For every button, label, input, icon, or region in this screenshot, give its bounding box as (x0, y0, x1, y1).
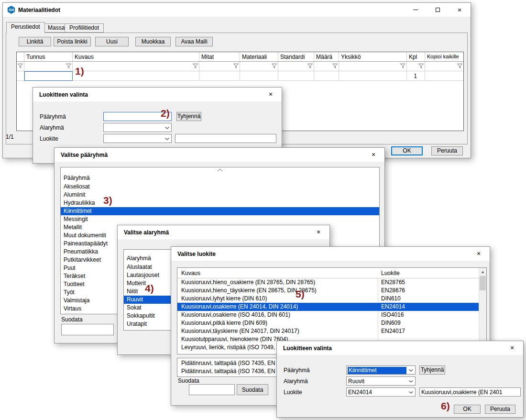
filter-icon[interactable] (332, 64, 338, 68)
materiaali-cell[interactable] (240, 71, 278, 80)
cancel-button[interactable]: Peruuta (485, 405, 515, 414)
filter-icon[interactable] (18, 64, 23, 68)
link-button[interactable]: Linkitä (19, 37, 51, 46)
filter-icon[interactable] (272, 64, 277, 68)
minimize-button[interactable] (405, 3, 427, 17)
maximize-button[interactable] (427, 3, 449, 17)
luokite-combobox[interactable] (103, 134, 172, 143)
close-button[interactable]: × (501, 341, 523, 354)
scroll-up-icon[interactable]: ▲ (479, 268, 486, 276)
dialog-titlebar[interactable]: Valitse alaryhmä × (118, 225, 329, 239)
chevron-down-icon[interactable] (409, 369, 413, 372)
main-titlebar[interactable]: G4 Materiaalitiedot × (3, 3, 471, 17)
edit-button[interactable]: Muokkaa (135, 37, 171, 46)
new-button[interactable]: Uusi (95, 37, 129, 46)
alaryhma-combobox[interactable] (103, 123, 172, 132)
filter-icon[interactable] (193, 64, 198, 68)
table-row[interactable]: Kuusioruuvi,pitkä kierre (DIN 609)DIN609 (177, 319, 479, 327)
col-kpl[interactable]: Kpl (407, 52, 425, 61)
table-row[interactable]: Kuusioruuvi,lyhyt kierre (DIN 610)DIN610 (177, 295, 479, 303)
col-materiaali[interactable]: Materiaali (240, 52, 278, 61)
luokite-cell: ISO4016 (378, 311, 404, 319)
filter-cell-kpl (407, 62, 425, 71)
cancel-button[interactable]: Peruuta (431, 146, 463, 155)
dialog-titlebar[interactable]: Valitse luokite × (171, 247, 490, 261)
col-yksikko[interactable]: Yksikkö (339, 52, 407, 61)
dialog-titlebar[interactable]: Luokitteen valinta × (277, 341, 523, 355)
close-button[interactable]: × (362, 148, 384, 161)
col-standardi[interactable]: Standardi (278, 52, 314, 61)
scroll-up-icon[interactable] (217, 168, 223, 172)
chevron-down-icon[interactable] (409, 391, 413, 394)
mitat-cell[interactable] (199, 71, 240, 80)
col-tunnus[interactable]: Tunnus (24, 52, 73, 61)
list-item[interactable]: Messingit (61, 215, 379, 223)
filter-icon[interactable] (418, 64, 424, 68)
dialog-titlebar[interactable]: Valitse pääryhmä × (55, 148, 384, 162)
remove-link-button[interactable]: Poista linkki (54, 37, 91, 46)
filter-icon[interactable] (233, 64, 239, 68)
filter-cell-kuvaus (73, 62, 199, 71)
annotation-step-2: 2) (161, 108, 170, 118)
chevron-down-icon[interactable] (409, 380, 413, 383)
filter-input[interactable] (61, 324, 114, 335)
pager-label: 1/1 (6, 133, 14, 140)
ok-button[interactable]: OK (454, 405, 481, 414)
table-row[interactable]: Kuusioruuvi,hieno_täyskierre (EN 28675, … (177, 287, 479, 295)
paaryhma-combobox[interactable]: Kiinnittimet (346, 365, 416, 375)
kopioi-cell[interactable] (425, 71, 463, 80)
table-row[interactable]: Kuusioruuvi,hieno_osakierre (EN 28765, D… (177, 278, 479, 287)
luokite-combobox[interactable]: EN24014 (346, 387, 416, 397)
chevron-down-icon[interactable] (165, 138, 169, 140)
filter-icon[interactable] (307, 64, 313, 68)
paaryhma-label: Pääryhmä (40, 113, 66, 120)
table-row[interactable]: Kuusioruuvi,osakierre (ISO 4016, DIN 601… (177, 311, 479, 319)
list-item-selected[interactable]: Kiinnittimet (61, 207, 379, 215)
col-kopioi-kaikille[interactable]: Kopioi kaikille (425, 52, 463, 61)
row-selector-cell[interactable] (17, 71, 24, 80)
tunnus-input[interactable] (24, 71, 73, 81)
close-button[interactable]: × (449, 3, 471, 17)
kpl-cell[interactable]: 1 (407, 71, 425, 80)
filter-icon[interactable] (400, 64, 405, 68)
dialog-title: Valitse luokite (177, 251, 216, 257)
yksikko-cell[interactable] (339, 71, 407, 80)
scrollbar-thumb[interactable] (480, 276, 486, 290)
col-mitat[interactable]: Mitat (199, 52, 240, 61)
col-kuvaus[interactable]: Kuvaus (181, 270, 200, 276)
col-kuvaus[interactable]: Kuvaus (73, 52, 199, 61)
filter-icon[interactable] (66, 64, 71, 68)
tab-perustiedot[interactable]: Perustiedot (6, 22, 45, 33)
tab-profiilitiedot[interactable]: Profiilitiedot (65, 23, 104, 33)
table-row-selected[interactable]: Kuusioruuvi,osakierre (EN 24014, DIN 240… (177, 303, 479, 311)
combo-value: EN24014 (348, 389, 406, 396)
chevron-down-icon[interactable] (165, 127, 169, 129)
luokite-desc-field[interactable] (419, 387, 521, 397)
dialog-titlebar[interactable]: Luokitteen valinta × (33, 88, 282, 101)
annotation-step-5: 5) (296, 289, 305, 299)
close-button[interactable]: × (307, 225, 329, 239)
kuvaus-cell[interactable] (73, 71, 199, 80)
close-button[interactable]: × (468, 247, 490, 260)
standardi-cell[interactable] (278, 71, 314, 80)
desktop: G4 Materiaalitiedot × Perustiedot Massa … (0, 0, 526, 420)
filter-icon[interactable] (457, 64, 462, 68)
open-template-button[interactable]: Avaa Malli (175, 37, 213, 46)
list-item[interactable]: Akseliosat (61, 183, 379, 191)
filter-input[interactable] (189, 384, 235, 395)
combo-value (105, 135, 163, 143)
filter-cell-mitat (199, 62, 240, 71)
clear-button[interactable]: Tyhjennä (176, 112, 201, 121)
filter-button[interactable]: Suodata (237, 384, 268, 395)
clear-button[interactable]: Tyhjennä (419, 365, 445, 375)
filter-cell-standardi (278, 62, 314, 71)
luokite-desc-field[interactable] (175, 134, 276, 143)
ok-button[interactable]: OK (391, 146, 423, 155)
luokite-cell: EN28676 (378, 287, 405, 295)
col-luokite[interactable]: Luokite (381, 270, 400, 276)
table-row[interactable]: Kuusioruuvi,täyskierre (EN 24017, DIN 24… (177, 327, 479, 335)
maara-cell[interactable] (314, 71, 339, 80)
alaryhma-combobox[interactable]: Ruuvit (346, 376, 416, 386)
col-maara[interactable]: Määrä (314, 52, 339, 61)
close-button[interactable]: × (260, 88, 282, 101)
